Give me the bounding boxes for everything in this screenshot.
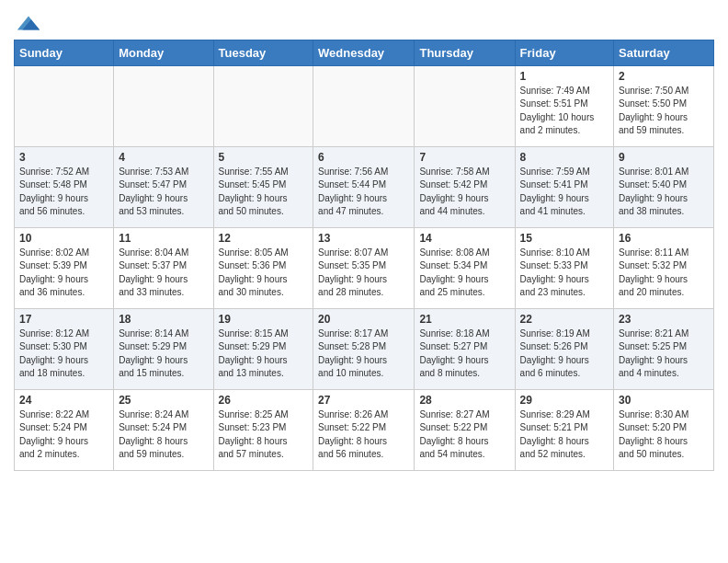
day-info: Sunrise: 8:08 AM Sunset: 5:34 PM Dayligh…: [419, 247, 509, 300]
day-number: 20: [318, 313, 409, 326]
day-number: 21: [419, 313, 509, 326]
calendar-cell: 21Sunrise: 8:18 AM Sunset: 5:27 PM Dayli…: [415, 308, 515, 389]
day-info: Sunrise: 8:04 AM Sunset: 5:37 PM Dayligh…: [119, 247, 208, 300]
day-number: 25: [119, 394, 208, 407]
calendar-cell: 27Sunrise: 8:26 AM Sunset: 5:22 PM Dayli…: [313, 389, 415, 470]
calendar-cell: 24Sunrise: 8:22 AM Sunset: 5:24 PM Dayli…: [15, 389, 114, 470]
calendar-cell: 22Sunrise: 8:19 AM Sunset: 5:26 PM Dayli…: [515, 308, 613, 389]
day-info: Sunrise: 8:29 AM Sunset: 5:21 PM Dayligh…: [520, 408, 609, 462]
day-info: Sunrise: 8:14 AM Sunset: 5:29 PM Dayligh…: [119, 327, 208, 381]
calendar-cell: 30Sunrise: 8:30 AM Sunset: 5:20 PM Dayli…: [614, 389, 714, 470]
calendar-week-row: 1Sunrise: 7:49 AM Sunset: 5:51 PM Daylig…: [15, 65, 714, 146]
day-info: Sunrise: 7:58 AM Sunset: 5:42 PM Dayligh…: [419, 166, 509, 219]
calendar-cell: 8Sunrise: 7:59 AM Sunset: 5:41 PM Daylig…: [515, 146, 613, 227]
day-number: 24: [19, 394, 108, 407]
calendar-cell: [415, 65, 515, 146]
day-number: 14: [419, 232, 509, 245]
calendar-cell: 19Sunrise: 8:15 AM Sunset: 5:29 PM Dayli…: [213, 308, 313, 389]
weekday-header-wednesday: Wednesday: [313, 40, 415, 65]
day-number: 12: [219, 232, 309, 245]
calendar-table: SundayMondayTuesdayWednesdayThursdayFrid…: [14, 40, 714, 471]
calendar-cell: 29Sunrise: 8:29 AM Sunset: 5:21 PM Dayli…: [515, 389, 613, 470]
weekday-header-tuesday: Tuesday: [213, 40, 313, 65]
day-info: Sunrise: 8:05 AM Sunset: 5:36 PM Dayligh…: [219, 247, 309, 300]
calendar-cell: 10Sunrise: 8:02 AM Sunset: 5:39 PM Dayli…: [15, 227, 114, 308]
calendar-cell: 16Sunrise: 8:11 AM Sunset: 5:32 PM Dayli…: [614, 227, 714, 308]
calendar-header-row: SundayMondayTuesdayWednesdayThursdayFrid…: [15, 40, 714, 65]
calendar-cell: 11Sunrise: 8:04 AM Sunset: 5:37 PM Dayli…: [114, 227, 213, 308]
day-info: Sunrise: 8:02 AM Sunset: 5:39 PM Dayligh…: [19, 247, 108, 300]
day-info: Sunrise: 8:07 AM Sunset: 5:35 PM Dayligh…: [318, 247, 409, 300]
day-info: Sunrise: 8:21 AM Sunset: 5:25 PM Dayligh…: [619, 327, 709, 381]
header: [14, 9, 714, 32]
calendar-cell: 20Sunrise: 8:17 AM Sunset: 5:28 PM Dayli…: [313, 308, 415, 389]
calendar-cell: [114, 65, 213, 146]
day-number: 13: [318, 232, 409, 245]
calendar-cell: 14Sunrise: 8:08 AM Sunset: 5:34 PM Dayli…: [415, 227, 515, 308]
day-number: 7: [419, 151, 509, 164]
calendar-cell: 15Sunrise: 8:10 AM Sunset: 5:33 PM Dayli…: [515, 227, 613, 308]
day-number: 2: [619, 70, 709, 83]
calendar-cell: 25Sunrise: 8:24 AM Sunset: 5:24 PM Dayli…: [114, 389, 213, 470]
day-info: Sunrise: 7:55 AM Sunset: 5:45 PM Dayligh…: [219, 166, 309, 219]
day-number: 6: [318, 151, 409, 164]
page: SundayMondayTuesdayWednesdayThursdayFrid…: [0, 0, 728, 485]
day-number: 8: [520, 151, 609, 164]
calendar-cell: 28Sunrise: 8:27 AM Sunset: 5:22 PM Dayli…: [415, 389, 515, 470]
day-number: 9: [619, 151, 709, 164]
calendar-cell: 3Sunrise: 7:52 AM Sunset: 5:48 PM Daylig…: [15, 146, 114, 227]
calendar-week-row: 24Sunrise: 8:22 AM Sunset: 5:24 PM Dayli…: [15, 389, 714, 470]
calendar-cell: [15, 65, 114, 146]
day-number: 1: [520, 70, 609, 83]
calendar-cell: 1Sunrise: 7:49 AM Sunset: 5:51 PM Daylig…: [515, 65, 613, 146]
day-number: 29: [520, 394, 609, 407]
day-info: Sunrise: 8:01 AM Sunset: 5:40 PM Dayligh…: [619, 166, 709, 219]
day-info: Sunrise: 7:52 AM Sunset: 5:48 PM Dayligh…: [19, 166, 108, 219]
day-number: 19: [219, 313, 309, 326]
logo-text: [14, 14, 41, 34]
day-info: Sunrise: 8:24 AM Sunset: 5:24 PM Dayligh…: [119, 408, 208, 462]
calendar-cell: 5Sunrise: 7:55 AM Sunset: 5:45 PM Daylig…: [213, 146, 313, 227]
calendar-cell: 18Sunrise: 8:14 AM Sunset: 5:29 PM Dayli…: [114, 308, 213, 389]
day-number: 18: [119, 313, 208, 326]
calendar-cell: 6Sunrise: 7:56 AM Sunset: 5:44 PM Daylig…: [313, 146, 415, 227]
calendar-cell: 12Sunrise: 8:05 AM Sunset: 5:36 PM Dayli…: [213, 227, 313, 308]
calendar-cell: 4Sunrise: 7:53 AM Sunset: 5:47 PM Daylig…: [114, 146, 213, 227]
day-number: 15: [520, 232, 609, 245]
calendar-cell: [213, 65, 313, 146]
day-number: 22: [520, 313, 609, 326]
calendar-cell: [313, 65, 415, 146]
calendar-cell: 9Sunrise: 8:01 AM Sunset: 5:40 PM Daylig…: [614, 146, 714, 227]
day-number: 11: [119, 232, 208, 245]
day-info: Sunrise: 8:26 AM Sunset: 5:22 PM Dayligh…: [318, 408, 409, 462]
day-info: Sunrise: 7:56 AM Sunset: 5:44 PM Dayligh…: [318, 166, 409, 219]
weekday-header-saturday: Saturday: [614, 40, 714, 65]
day-info: Sunrise: 8:11 AM Sunset: 5:32 PM Dayligh…: [619, 247, 709, 300]
day-number: 16: [619, 232, 709, 245]
calendar-cell: 17Sunrise: 8:12 AM Sunset: 5:30 PM Dayli…: [15, 308, 114, 389]
day-number: 5: [219, 151, 309, 164]
day-number: 26: [219, 394, 309, 407]
weekday-header-monday: Monday: [114, 40, 213, 65]
day-info: Sunrise: 8:15 AM Sunset: 5:29 PM Dayligh…: [219, 327, 309, 381]
day-info: Sunrise: 7:53 AM Sunset: 5:47 PM Dayligh…: [119, 166, 208, 219]
weekday-header-sunday: Sunday: [15, 40, 114, 65]
day-number: 4: [119, 151, 208, 164]
day-info: Sunrise: 8:12 AM Sunset: 5:30 PM Dayligh…: [19, 327, 108, 381]
calendar-cell: 13Sunrise: 8:07 AM Sunset: 5:35 PM Dayli…: [313, 227, 415, 308]
day-info: Sunrise: 8:17 AM Sunset: 5:28 PM Dayligh…: [318, 327, 409, 381]
weekday-header-friday: Friday: [515, 40, 613, 65]
day-info: Sunrise: 7:50 AM Sunset: 5:50 PM Dayligh…: [619, 85, 709, 138]
logo-icon: [16, 14, 41, 34]
day-number: 10: [19, 232, 108, 245]
calendar-week-row: 10Sunrise: 8:02 AM Sunset: 5:39 PM Dayli…: [15, 227, 714, 308]
logo: [14, 9, 41, 32]
day-info: Sunrise: 7:59 AM Sunset: 5:41 PM Dayligh…: [520, 166, 609, 219]
day-number: 28: [419, 394, 509, 407]
day-info: Sunrise: 8:18 AM Sunset: 5:27 PM Dayligh…: [419, 327, 509, 381]
calendar-cell: 2Sunrise: 7:50 AM Sunset: 5:50 PM Daylig…: [614, 65, 714, 146]
calendar-week-row: 17Sunrise: 8:12 AM Sunset: 5:30 PM Dayli…: [15, 308, 714, 389]
calendar-cell: 7Sunrise: 7:58 AM Sunset: 5:42 PM Daylig…: [415, 146, 515, 227]
calendar-cell: 26Sunrise: 8:25 AM Sunset: 5:23 PM Dayli…: [213, 389, 313, 470]
calendar-cell: 23Sunrise: 8:21 AM Sunset: 5:25 PM Dayli…: [614, 308, 714, 389]
